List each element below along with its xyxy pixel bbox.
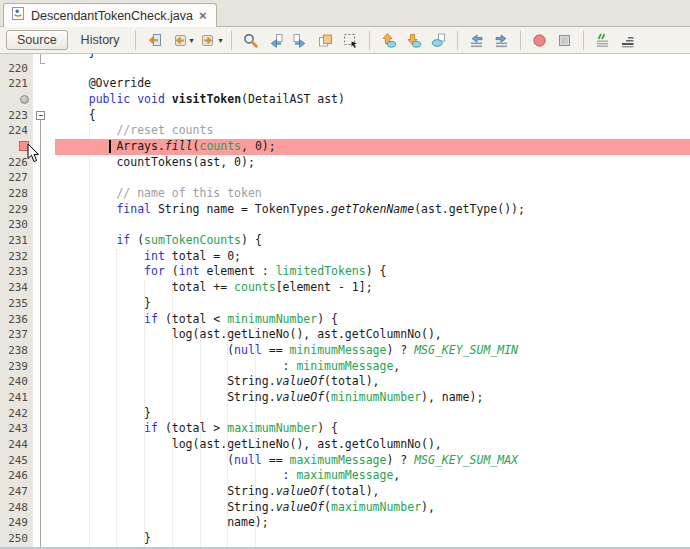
code-line[interactable]: 246 : maximumMessage,	[0, 468, 690, 484]
line-number[interactable]: 231	[0, 233, 28, 249]
line-number[interactable]: 250	[0, 531, 28, 547]
code-rows: }220221 @Override public void visitToken…	[0, 54, 690, 547]
line-number[interactable]: 227	[0, 170, 28, 186]
code-line[interactable]: 247 String.valueOf(total),	[0, 484, 690, 500]
code-line[interactable]: 239 : minimumMessage,	[0, 359, 690, 375]
line-number[interactable]: 221	[0, 76, 28, 92]
source-button[interactable]: Source	[6, 30, 68, 50]
code-line[interactable]: 226 countTokens(ast, 0);	[0, 155, 690, 171]
line-number[interactable]: 240	[0, 374, 28, 390]
code-editor[interactable]: }220221 @Override public void visitToken…	[0, 54, 690, 549]
line-number[interactable]: 220	[0, 61, 28, 77]
code-text: int total = 0;	[61, 249, 241, 265]
line-number[interactable]: 241	[0, 390, 28, 406]
jump-last-edit-icon	[146, 32, 163, 49]
comment-icon	[594, 32, 611, 49]
toolbar-separator	[457, 31, 458, 50]
code-line[interactable]: Arrays.fill(counts, 0);	[0, 139, 690, 155]
line-number[interactable]: 248	[0, 500, 28, 516]
code-line[interactable]: 237 log(ast.getLineNo(), ast.getColumnNo…	[0, 327, 690, 343]
code-line[interactable]: 249 name);	[0, 515, 690, 531]
toolbar-separator	[369, 31, 370, 50]
find-next-button[interactable]	[288, 29, 313, 51]
code-line[interactable]: 231 if (sumTokenCounts) {	[0, 233, 690, 249]
code-line[interactable]: 235 }	[0, 296, 690, 312]
line-number[interactable]: 249	[0, 515, 28, 531]
line-number[interactable]: 245	[0, 453, 28, 469]
previous-bookmark-button[interactable]	[376, 29, 401, 51]
code-line[interactable]: 240 String.valueOf(total),	[0, 374, 690, 390]
code-line[interactable]: 238 (null == minimumMessage) ? MSG_KEY_S…	[0, 343, 690, 359]
rectangular-selection-button[interactable]	[338, 29, 363, 51]
code-line[interactable]: 233 for (int element : limitedTokens) {	[0, 264, 690, 280]
code-line[interactable]: 234 total += counts[element - 1];	[0, 280, 690, 296]
line-number[interactable]: 235	[0, 296, 28, 312]
line-number[interactable]: 237	[0, 327, 28, 343]
uncomment-button[interactable]	[615, 29, 640, 51]
code-line[interactable]: 230	[0, 217, 690, 233]
code-line[interactable]: public void visitToken(DetailAST ast)	[0, 92, 690, 108]
line-number[interactable]: 242	[0, 406, 28, 422]
line-number[interactable]: 239	[0, 359, 28, 375]
code-line[interactable]: 242 }	[0, 406, 690, 422]
line-number[interactable]: 243	[0, 421, 28, 437]
line-number[interactable]: 233	[0, 264, 28, 280]
code-line[interactable]: 223 {	[0, 108, 690, 124]
code-line[interactable]: 244 log(ast.getLineNo(), ast.getColumnNo…	[0, 437, 690, 453]
jump-last-edit-button[interactable]	[142, 29, 167, 51]
code-line[interactable]: 221 @Override	[0, 76, 690, 92]
line-number[interactable]	[0, 92, 28, 108]
annotation-circle-icon[interactable]	[20, 95, 29, 104]
shift-line-right-button[interactable]	[489, 29, 514, 51]
code-text: (null == minimumMessage) ? MSG_KEY_SUM_M…	[61, 343, 518, 359]
nav-back-button[interactable]	[167, 29, 192, 51]
shift-line-left-button[interactable]	[464, 29, 489, 51]
code-line[interactable]: 241 String.valueOf(minimumNumber), name)…	[0, 390, 690, 406]
code-line[interactable]: 220	[0, 61, 690, 77]
find-button[interactable]	[238, 29, 263, 51]
code-line[interactable]: 229 final String name = TokenTypes.getTo…	[0, 202, 690, 218]
toggle-highlight-button[interactable]	[313, 29, 338, 51]
code-line[interactable]: 243 if (total > maximumNumber) {	[0, 421, 690, 437]
line-number[interactable]: 244	[0, 437, 28, 453]
line-number[interactable]: 228	[0, 186, 28, 202]
line-number[interactable]: 246	[0, 468, 28, 484]
line-number[interactable]: 234	[0, 280, 28, 296]
line-number[interactable]: 238	[0, 343, 28, 359]
code-line[interactable]: 228 // name of this token	[0, 186, 690, 202]
toggle-highlight-icon	[317, 32, 334, 49]
code-line[interactable]: 232 int total = 0;	[0, 249, 690, 265]
code-text: name);	[61, 515, 269, 531]
nav-forward-button[interactable]	[196, 29, 221, 51]
code-line[interactable]: 224 //reset counts	[0, 123, 690, 139]
line-number[interactable]	[0, 139, 28, 155]
code-line[interactable]: 250 }	[0, 531, 690, 547]
toggle-bookmark-icon	[430, 32, 447, 49]
code-line[interactable]: 245 (null == maximumMessage) ? MSG_KEY_S…	[0, 453, 690, 469]
find-previous-button[interactable]	[263, 29, 288, 51]
rectangular-selection-icon	[342, 32, 359, 49]
stop-macro-recording-button[interactable]	[552, 29, 577, 51]
line-number[interactable]: 230	[0, 217, 28, 233]
fold-collapse-icon[interactable]	[36, 111, 45, 120]
line-number[interactable]: 236	[0, 312, 28, 328]
tab-close-icon[interactable]: ×	[199, 9, 207, 22]
toggle-bookmark-button[interactable]	[426, 29, 451, 51]
history-button[interactable]: History	[72, 31, 129, 49]
code-line[interactable]: 248 String.valueOf(maximumNumber),	[0, 500, 690, 516]
line-number[interactable]: 232	[0, 249, 28, 265]
line-number[interactable]: 247	[0, 484, 28, 500]
code-line[interactable]: 236 if (total < minimumNumber) {	[0, 312, 690, 328]
toolbar-separator	[231, 31, 232, 50]
start-macro-recording-icon	[531, 32, 548, 49]
code-line[interactable]: 227	[0, 170, 690, 186]
line-number[interactable]: 229	[0, 202, 28, 218]
start-macro-recording-button[interactable]	[527, 29, 552, 51]
code-text: @Override	[61, 76, 151, 92]
line-number[interactable]: 224	[0, 123, 28, 139]
line-number[interactable]: 223	[0, 108, 28, 124]
next-bookmark-button[interactable]	[401, 29, 426, 51]
comment-button[interactable]	[590, 29, 615, 51]
line-number[interactable]: 226	[0, 155, 28, 171]
document-tab[interactable]: DescendantTokenCheck.java ×	[3, 3, 217, 27]
